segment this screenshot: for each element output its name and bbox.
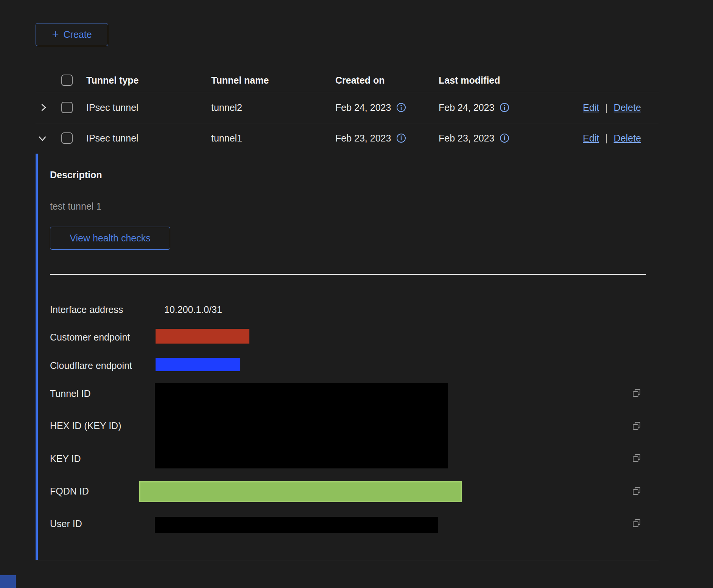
view-health-checks-label: View health checks <box>70 233 151 243</box>
info-icon[interactable] <box>396 133 406 143</box>
chevron-right-icon[interactable] <box>38 102 49 114</box>
column-header-last-modified: Last modified <box>439 75 500 86</box>
cell-tunnel-name: tunnel2 <box>211 102 242 113</box>
last-modified-text: Feb 23, 2023 <box>439 132 494 144</box>
cloudflare-endpoint-redaction <box>156 358 240 371</box>
info-icon[interactable] <box>500 133 509 143</box>
last-modified-text: Feb 24, 2023 <box>439 102 494 113</box>
cell-tunnel-name: tunnel1 <box>211 132 242 144</box>
column-header-tunnel-type: Tunnel type <box>86 75 139 86</box>
fqdn-id-redaction <box>139 481 462 502</box>
edit-link[interactable]: Edit <box>583 102 599 113</box>
user-id-redaction <box>155 517 438 533</box>
description-value: test tunnel 1 <box>50 201 101 212</box>
ipsec-tunnels-page: + Create Tunnel type Tunnel name Created… <box>0 0 713 588</box>
plus-icon: + <box>52 28 59 40</box>
cell-last-modified: Feb 24, 2023 <box>439 102 509 113</box>
field-label-tunnel-id: Tunnel ID <box>50 388 90 399</box>
cell-last-modified: Feb 23, 2023 <box>439 132 509 144</box>
tunnel-id-redaction <box>155 383 448 468</box>
field-label-key-id: KEY ID <box>50 453 81 464</box>
cell-created-on: Feb 24, 2023 <box>335 102 406 113</box>
info-icon[interactable] <box>500 103 509 112</box>
field-label-cloudflare-endpoint: Cloudflare endpoint <box>50 360 132 371</box>
row-divider <box>36 123 659 123</box>
field-label-user-id: User ID <box>50 518 82 529</box>
row-checkbox[interactable] <box>61 102 73 113</box>
cell-tunnel-type: IPsec tunnel <box>86 102 139 113</box>
chevron-down-icon[interactable] <box>37 133 48 145</box>
actions-separator: | <box>605 132 608 144</box>
copy-icon[interactable] <box>632 486 641 497</box>
header-divider <box>36 92 659 92</box>
delete-link[interactable]: Delete <box>614 102 641 113</box>
copy-icon[interactable] <box>632 453 641 464</box>
column-header-tunnel-name: Tunnel name <box>211 75 269 86</box>
actions-separator: | <box>605 102 608 113</box>
field-label-interface-address: Interface address <box>50 304 123 315</box>
customer-endpoint-redaction <box>156 329 249 344</box>
row-actions: Edit | Delete <box>583 132 641 144</box>
field-label-fqdn-id: FQDN ID <box>50 485 89 497</box>
cell-tunnel-type: IPsec tunnel <box>86 132 139 144</box>
expanded-panel-accent-border <box>36 154 38 560</box>
create-button-label: Create <box>64 30 92 39</box>
row-actions: Edit | Delete <box>583 102 641 113</box>
field-label-hex-id: HEX ID (KEY ID) <box>50 420 121 431</box>
select-all-checkbox[interactable] <box>61 75 73 86</box>
view-health-checks-button[interactable]: View health checks <box>50 227 170 250</box>
bottom-left-accent-strip <box>0 575 16 588</box>
field-value-interface-address: 10.200.1.0/31 <box>164 304 222 315</box>
edit-link[interactable]: Edit <box>583 132 599 144</box>
created-on-text: Feb 24, 2023 <box>335 102 391 113</box>
info-icon[interactable] <box>396 103 406 112</box>
section-divider <box>50 274 646 275</box>
column-header-created-on: Created on <box>335 75 385 86</box>
description-label: Description <box>50 169 102 180</box>
field-label-customer-endpoint: Customer endpoint <box>50 331 130 343</box>
copy-icon[interactable] <box>632 518 641 529</box>
panel-bottom-divider <box>36 560 659 560</box>
copy-icon[interactable] <box>632 388 641 399</box>
create-button[interactable]: + Create <box>36 23 108 46</box>
cell-created-on: Feb 23, 2023 <box>335 132 406 144</box>
delete-link[interactable]: Delete <box>614 132 641 144</box>
row-checkbox[interactable] <box>61 132 73 144</box>
created-on-text: Feb 23, 2023 <box>335 132 391 144</box>
copy-icon[interactable] <box>632 421 641 432</box>
